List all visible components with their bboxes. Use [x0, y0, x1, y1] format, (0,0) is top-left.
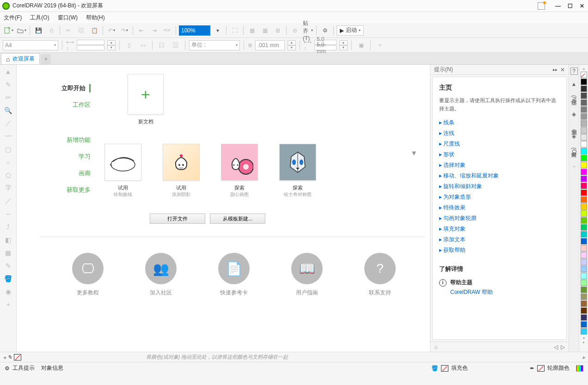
open-button[interactable] — [16, 25, 27, 36]
swatch[interactable] — [581, 155, 587, 161]
eyedropper-icon[interactable]: ✎ — [7, 354, 12, 361]
rulers-button[interactable]: ▦ — [246, 25, 257, 36]
page-layout-1[interactable]: ⿴ — [156, 40, 167, 51]
dimension-tool[interactable]: ↔ — [3, 209, 13, 219]
add-toolbar-button[interactable]: ＋ — [374, 40, 386, 51]
circle-quickref[interactable]: 📄快速参考卡 — [218, 253, 250, 297]
import-button[interactable]: ⇤ — [136, 25, 147, 36]
nav-whatsnew[interactable]: 新增功能 — [31, 136, 91, 144]
zoom-dropdown[interactable]: ▾ — [212, 25, 223, 36]
landscape-button[interactable]: ▭ — [137, 40, 148, 51]
circle-more-tutorials[interactable]: 🖵更多教程 — [72, 253, 104, 297]
menu-help[interactable]: 帮助(H) — [86, 14, 105, 22]
swatch[interactable] — [581, 86, 587, 92]
dropshadow-tool[interactable]: ◧ — [3, 235, 13, 245]
spinner-2[interactable]: ▴▾ — [288, 40, 296, 50]
nav-getmore[interactable]: 获取更多 — [31, 186, 91, 194]
print-button[interactable]: ⎙ — [46, 25, 57, 36]
user-icon[interactable] — [538, 2, 545, 10]
status-outline[interactable]: ✒ 轮廓颜色 — [530, 364, 570, 372]
page-layout-2[interactable]: ⿲ — [170, 40, 181, 51]
maximize-button[interactable]: ☐ — [566, 2, 574, 10]
swatch[interactable] — [581, 127, 587, 134]
treat-as-filled[interactable]: ▣ — [355, 40, 367, 51]
polygon-tool[interactable]: ⬠ — [3, 170, 13, 180]
launch-combo[interactable]: ▶ 启动 ▾ — [337, 25, 364, 36]
zoom-field[interactable]: 100% — [179, 25, 210, 36]
page-width[interactable] — [77, 40, 104, 45]
pdf-button[interactable]: PDF — [162, 25, 173, 36]
freehand-tool[interactable]: ／ — [3, 118, 13, 128]
dock-pointer-icon[interactable]: ▲ — [570, 80, 578, 88]
swatch[interactable] — [581, 245, 587, 251]
help-link[interactable]: CorelDRAW 帮助 — [450, 289, 493, 295]
link-2[interactable]: 尺度线 — [443, 141, 460, 147]
open-file-button[interactable]: 打开文件 — [150, 214, 205, 224]
units-combo[interactable]: 单位 :▾ — [189, 40, 240, 50]
save-button[interactable]: 💾 — [33, 25, 44, 36]
link-8[interactable]: 特殊效果 — [443, 204, 466, 211]
swatch[interactable] — [581, 189, 587, 196]
transparency-tool[interactable]: ▦ — [3, 248, 13, 258]
swatch[interactable] — [581, 266, 587, 272]
status-tooltips[interactable]: ⚙ 工具提示 — [5, 364, 35, 372]
link-6[interactable]: 旋转和倾斜对象 — [443, 183, 482, 189]
color-grid-icon[interactable] — [576, 365, 583, 372]
dup-y[interactable]: 5.0 mm — [314, 45, 337, 50]
swatch[interactable] — [581, 162, 587, 168]
swatch[interactable] — [581, 169, 587, 175]
copy-button[interactable]: ⿻ — [76, 25, 87, 36]
dock-add-icon[interactable]: ＋ — [570, 163, 578, 170]
swatch[interactable] — [581, 293, 587, 300]
paste-button[interactable]: 📋 — [89, 25, 100, 36]
snap-off-button[interactable]: ⊘ — [289, 25, 300, 36]
swatch[interactable] — [581, 79, 587, 85]
doc-color-none[interactable] — [14, 354, 21, 361]
artistic-tool[interactable]: 〰 — [3, 131, 13, 141]
link-11[interactable]: 添加文本 — [443, 236, 466, 243]
nav-learning[interactable]: 学习 — [31, 153, 91, 161]
from-template-button[interactable]: 从模板新建... — [210, 214, 265, 224]
circle-support[interactable]: ?联系支持 — [364, 253, 396, 297]
line-tool[interactable]: ／ — [3, 196, 13, 206]
dock-objects-tab[interactable]: 对象(O) — [569, 146, 579, 157]
text-tool[interactable]: 字 — [3, 183, 13, 193]
card-try-1[interactable]: 试用 绘制曲线 — [104, 144, 141, 198]
spinner-3[interactable]: ▴▾ — [339, 40, 348, 50]
swatch[interactable] — [581, 113, 587, 120]
dock-diamond-icon[interactable]: ◈ — [570, 110, 578, 118]
add-tab-button[interactable]: + — [41, 54, 51, 64]
nav-workspace[interactable]: 工作区 — [31, 101, 91, 109]
nav-home-icon[interactable]: ⌂ — [434, 344, 437, 350]
card-explore-2[interactable]: 探索 哈士奇对称图 — [279, 144, 316, 198]
card-explore-1[interactable]: 探索 甜心插图 — [221, 144, 258, 198]
eyedropper-tool[interactable]: ✎ — [3, 261, 13, 271]
swatch[interactable] — [581, 210, 587, 217]
swatch[interactable] — [581, 176, 587, 182]
menu-window[interactable]: 窗口(W) — [58, 14, 78, 22]
portrait-button[interactable]: ▯ — [123, 40, 135, 51]
link-1[interactable]: 连线 — [443, 130, 454, 136]
nav-fwd[interactable]: ▷ — [561, 344, 565, 350]
nav-back[interactable]: ◁ — [554, 344, 558, 350]
swatch[interactable] — [581, 203, 587, 210]
link-5[interactable]: 移动、缩放和延展对象 — [443, 172, 499, 179]
swatch[interactable] — [581, 273, 587, 279]
swatch[interactable] — [581, 134, 587, 141]
ellipse-tool[interactable]: ○ — [3, 157, 13, 167]
swatch[interactable] — [581, 280, 587, 286]
swatch[interactable] — [581, 196, 587, 203]
circle-community[interactable]: 👥加入社区 — [145, 253, 177, 297]
swatch[interactable] — [581, 99, 587, 106]
fullscreen-button[interactable]: ⛶ — [229, 25, 240, 36]
snap-button[interactable]: 贴齐(T) — [302, 25, 313, 36]
swatch[interactable] — [581, 328, 587, 335]
expand-arrow[interactable]: ▾ — [412, 148, 416, 158]
minimize-button[interactable]: — — [554, 2, 562, 10]
grid-button[interactable]: ▦ — [259, 25, 270, 36]
swatch[interactable] — [581, 321, 587, 328]
swatch[interactable] — [581, 92, 587, 99]
new-button[interactable]: + — [3, 25, 14, 36]
tab-welcome[interactable]: ⌂ 欢迎屏幕 — [1, 53, 40, 64]
link-4[interactable]: 选择对象 — [443, 162, 466, 168]
